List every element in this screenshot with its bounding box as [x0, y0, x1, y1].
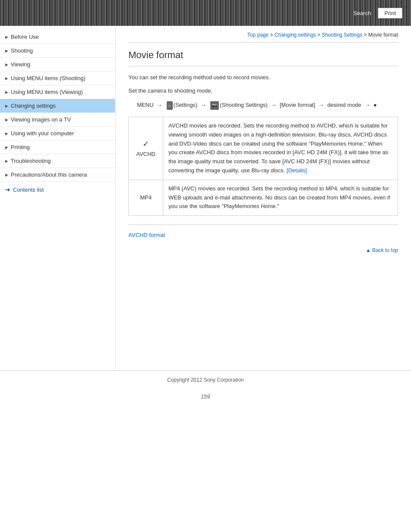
mp4-label: MP4 [140, 194, 152, 201]
sidebar-item-label: Before Use [11, 34, 39, 40]
shooting-settings-icon: 📷 [210, 101, 219, 110]
breadcrumb-shooting-settings[interactable]: Shooting Settings [322, 32, 362, 38]
avchd-details-link[interactable]: [Details] [286, 167, 307, 174]
sidebar-item-using-with-computer[interactable]: ▶ Using with your computer [0, 127, 115, 140]
page-number: 159 [0, 389, 411, 404]
sidebar-item-label: Precautions/About this camera [11, 171, 87, 178]
arrow-sym: → [364, 102, 370, 108]
sidebar: ▶ Before Use ▶ Shooting ▶ Viewing ▶ Usin… [0, 26, 115, 370]
sidebar-item-label: Viewing [11, 61, 30, 68]
avchd-check-cell: ✓ AVCHD [129, 117, 163, 180]
sidebar-item-changing-settings[interactable]: ▶ Changing settings [0, 99, 115, 113]
arrow-sym: → [201, 102, 206, 108]
breadcrumb-sep3: > [364, 32, 368, 38]
contents-list-label: Contents list [13, 187, 44, 193]
sidebar-item-label: Troubleshooting [11, 158, 51, 164]
page-title-section: Movie format [128, 42, 398, 66]
format-table: ✓ AVCHD AVCHD movies are recorded. Sets … [128, 117, 398, 216]
arrow-icon: ▶ [5, 145, 8, 149]
breadcrumb-movie-format: Movie format [368, 32, 398, 38]
back-to-top-row: Back to top [128, 247, 398, 253]
footer: Copyright 2012 Sony Corporation [0, 370, 411, 389]
sidebar-item-using-menu-viewing[interactable]: ▶ Using MENU items (Viewing) [0, 85, 115, 99]
arrow-icon: ▶ [5, 62, 8, 67]
description2: Set the camera to shooting mode. [128, 87, 398, 96]
search-button[interactable]: Search [350, 8, 374, 18]
contents-list-link[interactable]: ➔ Contents list [0, 182, 115, 197]
mp4-description: MP4 (AVC) movies are recorded. Sets the … [168, 185, 390, 210]
sidebar-item-printing[interactable]: ▶ Printing [0, 140, 115, 154]
mp4-description-cell: MP4 (AVC) movies are recorded. Sets the … [163, 180, 398, 215]
table-row-avchd: ✓ AVCHD AVCHD movies are recorded. Sets … [129, 117, 398, 180]
sidebar-item-label: Using MENU items (Shooting) [11, 75, 85, 81]
arrow-icon: ▶ [5, 131, 8, 136]
arrow-icon: ▶ [5, 49, 8, 53]
table-row-mp4: MP4 MP4 (AVC) movies are recorded. Sets … [129, 180, 398, 215]
avchd-format-link[interactable]: AVCHD format [128, 232, 398, 238]
description1: You can set the recording method used to… [128, 73, 398, 82]
breadcrumb-sep1: > [270, 32, 274, 38]
print-button[interactable]: Print [378, 8, 402, 19]
arrow-icon: ▶ [5, 159, 8, 163]
sidebar-item-using-menu-shooting[interactable]: ▶ Using MENU items (Shooting) [0, 72, 115, 85]
settings-icon: ⌂ [167, 101, 173, 110]
arrow-icon: ▶ [5, 90, 8, 94]
avchd-description-cell: AVCHD movies are recorded. Sets the reco… [163, 117, 398, 180]
page-title: Movie format [128, 50, 398, 61]
section-divider [128, 224, 398, 225]
header: Search Print [0, 0, 411, 26]
copyright-text: Copyright 2012 Sony Corporation [167, 377, 244, 383]
mp4-label-cell: MP4 [129, 180, 163, 215]
check-icon: ✓ [143, 140, 149, 148]
contents-list-arrow-icon: ➔ [5, 186, 10, 193]
menu-path: MENU → ⌂(Settings) → 📷(Shooting Settings… [137, 100, 398, 110]
content-area: Top page > Changing settings > Shooting … [115, 26, 411, 370]
sidebar-item-label: Viewing images on a TV [11, 116, 71, 123]
back-to-top-link[interactable]: Back to top [366, 247, 398, 253]
sidebar-item-label: Changing settings [11, 103, 56, 109]
breadcrumb-changing-settings[interactable]: Changing settings [274, 32, 316, 38]
arrow-sym: → [318, 102, 324, 108]
avchd-label: AVCHD [136, 151, 156, 157]
arrow-sym: → [157, 102, 162, 108]
arrow-icon: ▶ [5, 76, 8, 81]
sidebar-item-troubleshooting[interactable]: ▶ Troubleshooting [0, 154, 115, 168]
avchd-description: AVCHD movies are recorded. Sets the reco… [168, 122, 388, 174]
arrow-icon: ▶ [5, 104, 8, 108]
sidebar-item-label: Printing [11, 144, 30, 150]
arrow-icon: ▶ [5, 118, 8, 122]
sidebar-item-precautions[interactable]: ▶ Precautions/About this camera [0, 168, 115, 182]
sidebar-item-shooting[interactable]: ▶ Shooting [0, 44, 115, 58]
arrow-icon: ▶ [5, 173, 8, 177]
sidebar-item-viewing-images-tv[interactable]: ▶ Viewing images on a TV [0, 113, 115, 127]
breadcrumb-top-page[interactable]: Top page [247, 32, 268, 38]
sidebar-item-label: Using MENU items (Viewing) [11, 89, 83, 95]
breadcrumb-sep2: > [318, 32, 322, 38]
main-layout: ▶ Before Use ▶ Shooting ▶ Viewing ▶ Usin… [0, 26, 411, 370]
sidebar-item-label: Using with your computer [11, 130, 74, 137]
sidebar-item-viewing[interactable]: ▶ Viewing [0, 58, 115, 72]
arrow-sym: → [271, 102, 277, 108]
sidebar-item-before-use[interactable]: ▶ Before Use [0, 30, 115, 44]
sidebar-item-label: Shooting [11, 47, 33, 54]
arrow-icon: ▶ [5, 35, 8, 39]
breadcrumb: Top page > Changing settings > Shooting … [128, 26, 398, 42]
